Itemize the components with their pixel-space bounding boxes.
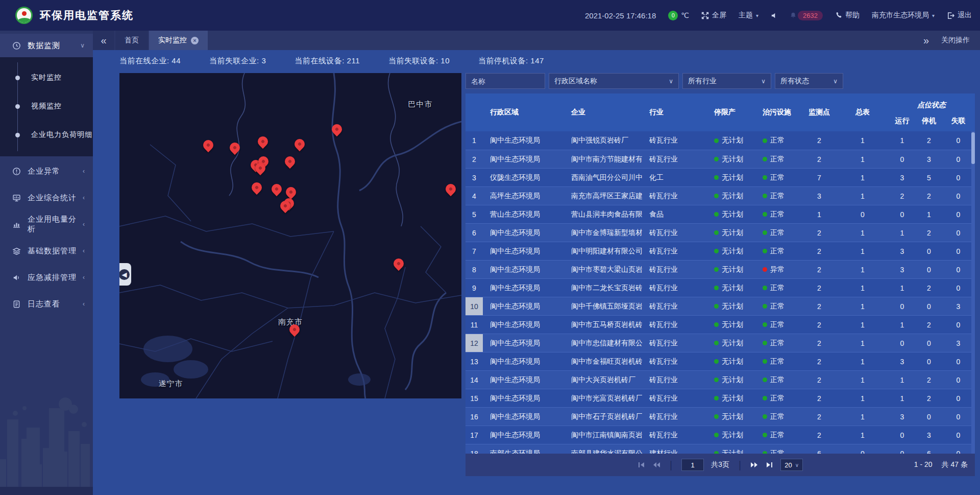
last-page-button[interactable] bbox=[766, 461, 773, 468]
table-row[interactable]: 2阆中生态环境局阆中市南方节能建材有砖瓦行业无计划正常21030 bbox=[465, 150, 975, 168]
row-index[interactable]: 18 bbox=[465, 444, 483, 454]
org-menu[interactable]: 南充市生态环境局 ▾ bbox=[872, 11, 935, 20]
map-panel[interactable]: ◀ 巴中市南充市遂宁市 bbox=[119, 73, 461, 398]
notifications[interactable]: 2632 bbox=[790, 11, 823, 20]
sidebar-item-label: 企业异常 bbox=[28, 167, 83, 176]
row-index[interactable]: 10 bbox=[465, 297, 483, 315]
row-index[interactable]: 8 bbox=[465, 261, 483, 278]
industry-filter-select[interactable]: 所有行业 ∨ bbox=[682, 73, 771, 89]
cell-offline-count: 0 bbox=[942, 352, 975, 370]
table-row[interactable]: 8阆中生态环境局阆中市枣碧大梁山页岩砖瓦行业无计划异常21300 bbox=[465, 260, 975, 278]
row-index[interactable]: 14 bbox=[465, 371, 483, 389]
row-index[interactable]: 11 bbox=[465, 316, 483, 334]
sidebar-subitem[interactable]: 企业电力负荷明细 bbox=[0, 121, 93, 149]
row-index[interactable]: 6 bbox=[465, 224, 483, 242]
page-size-select[interactable]: 20 ∨ bbox=[780, 459, 803, 471]
sidebar-item-alert[interactable]: 企业异常‹ bbox=[0, 159, 93, 183]
record-range-label: 1 - 20 bbox=[914, 460, 933, 469]
sidebar-item-doc[interactable]: 日志查看‹ bbox=[0, 292, 93, 316]
sidebar-item-label: 日志查看 bbox=[28, 299, 83, 309]
fullscreen-button[interactable]: 全屏 bbox=[701, 11, 726, 20]
sidebar-item-horn[interactable]: 应急减排管理‹ bbox=[0, 266, 93, 289]
column-header[interactable]: 治污设施 bbox=[755, 93, 801, 131]
name-filter-input[interactable] bbox=[465, 73, 545, 89]
cell-monitor-count: 1 bbox=[801, 205, 837, 223]
table-row[interactable]: 1阆中生态环境局阆中强锐页岩砖厂砖瓦行业无计划正常21120 bbox=[465, 131, 975, 150]
table-row[interactable]: 5营山生态环境局营山县润丰肉食品有限食品无计划正常10010 bbox=[465, 205, 975, 223]
table-row[interactable]: 4高坪生态环境局南充市高坪区王家店建砖瓦行业无计划正常31220 bbox=[465, 186, 975, 205]
tab-home[interactable]: 首页 bbox=[115, 31, 148, 50]
sidebar-subitem[interactable]: 视频监控 bbox=[0, 92, 93, 121]
cell-produce-status: 无计划 bbox=[707, 297, 755, 315]
theme-menu[interactable]: 主题 ▾ bbox=[739, 11, 758, 20]
table-row[interactable]: 11阆中生态环境局阆中市五马桥页岩机砖砖瓦行业无计划正常21120 bbox=[465, 315, 975, 334]
column-header[interactable]: 停机 bbox=[916, 111, 942, 131]
row-index[interactable]: 3 bbox=[465, 169, 483, 186]
table-row[interactable]: 6阆中生态环境局阆中市金博瑞新型墙材砖瓦行业无计划正常21120 bbox=[465, 223, 975, 242]
table-row[interactable]: 15阆中生态环境局阆中市光富页岩机砖厂砖瓦行业无计划正常21120 bbox=[465, 389, 975, 407]
first-page-button[interactable] bbox=[638, 461, 645, 468]
tab-realtime-monitor[interactable]: 实时监控 × bbox=[149, 31, 208, 50]
row-index[interactable]: 1 bbox=[465, 131, 483, 150]
column-header[interactable]: 监测点 bbox=[801, 93, 837, 131]
row-index[interactable]: 2 bbox=[465, 150, 483, 168]
column-header[interactable]: 总表 bbox=[837, 93, 888, 131]
sidebar-collapse-button[interactable]: ◀ bbox=[119, 263, 131, 286]
row-index[interactable]: 4 bbox=[465, 187, 483, 205]
status-dot-icon bbox=[714, 378, 719, 382]
table-row[interactable]: 9阆中生态环境局阆中市二龙长宝页岩砖砖瓦行业无计划正常21120 bbox=[465, 278, 975, 297]
table-row[interactable]: 18南部生态环境局南部县建华水泥有限公建材行业无计划正常60060 bbox=[465, 444, 975, 454]
tabs-scroll-right-button[interactable]: » bbox=[923, 35, 929, 46]
stat-label: 当前在线设备: bbox=[295, 56, 347, 65]
row-index[interactable]: 12 bbox=[465, 334, 483, 352]
sidebar-item-board[interactable]: 企业综合统计‹ bbox=[0, 186, 93, 209]
cell-produce-status: 无计划 bbox=[707, 279, 755, 297]
status-filter-select[interactable]: 所有状态 ∨ bbox=[775, 73, 843, 89]
sidebar-item-label: 基础数据管理 bbox=[28, 246, 83, 256]
column-header[interactable]: 行业 bbox=[642, 93, 707, 131]
row-index[interactable]: 17 bbox=[465, 426, 483, 444]
sidebar-item-chart[interactable]: 企业用电量分析‹ bbox=[0, 213, 93, 236]
table-row[interactable]: 7阆中生态环境局阆中明阳建材有限公司砖瓦行业无计划正常21300 bbox=[465, 242, 975, 260]
row-index[interactable]: 5 bbox=[465, 205, 483, 223]
column-header[interactable]: 运行 bbox=[888, 111, 916, 131]
table-row[interactable]: 14阆中生态环境局阆中大兴页岩机砖厂砖瓦行业无计划正常21120 bbox=[465, 370, 975, 389]
logout-button[interactable]: 退出 bbox=[947, 11, 972, 20]
row-index[interactable]: 9 bbox=[465, 279, 483, 297]
row-index[interactable]: 7 bbox=[465, 242, 483, 260]
cell-run-count: 0 bbox=[888, 297, 916, 315]
next-page-button[interactable] bbox=[750, 461, 758, 468]
city-label: 遂宁市 bbox=[159, 379, 183, 389]
help-button[interactable]: 帮助 bbox=[835, 11, 860, 20]
table-row[interactable]: 3仪陇生态环境局西南油气田分公司川中化工无计划正常71350 bbox=[465, 168, 975, 186]
table-row[interactable]: 16阆中生态环境局阆中市石子页岩机砖厂砖瓦行业无计划正常21300 bbox=[465, 407, 975, 426]
table-row[interactable]: 12阆中生态环境局阆中市忠信建材有限公砖瓦行业无计划正常21003 bbox=[465, 334, 975, 352]
status-dot-icon bbox=[714, 194, 719, 198]
column-header[interactable]: 失联 bbox=[942, 111, 975, 131]
table-row[interactable]: 17阆中生态环境局阆中市江南镇阆南页岩砖瓦行业无计划正常21030 bbox=[465, 426, 975, 444]
close-operations-button[interactable]: 关闭操作 bbox=[941, 36, 970, 45]
sidebar-item-gauge[interactable]: 数据监测∨ bbox=[0, 34, 93, 57]
close-tab-icon[interactable]: × bbox=[191, 37, 199, 44]
column-header[interactable]: 行政区域 bbox=[483, 93, 564, 131]
table-row[interactable]: 13阆中生态环境局阆中市金福旺页岩机砖砖瓦行业无计划正常21300 bbox=[465, 352, 975, 370]
column-header[interactable]: 企业 bbox=[564, 93, 642, 131]
table-scrollbar[interactable] bbox=[971, 131, 975, 454]
cell-region: 阆中生态环境局 bbox=[483, 352, 564, 370]
tabs-scroll-left-button[interactable]: « bbox=[93, 31, 114, 50]
sidebar-item-layers[interactable]: 基础数据管理‹ bbox=[0, 239, 93, 263]
prev-page-button[interactable] bbox=[652, 461, 660, 468]
volume-button[interactable] bbox=[771, 12, 777, 19]
status-dot-icon bbox=[714, 286, 719, 290]
row-index[interactable]: 15 bbox=[465, 389, 483, 407]
cell-region: 阆中生态环境局 bbox=[483, 389, 564, 407]
column-header[interactable]: 停限产 bbox=[707, 93, 755, 131]
sidebar-subitem[interactable]: 实时监控 bbox=[0, 63, 93, 92]
row-index[interactable]: 16 bbox=[465, 408, 483, 426]
table-row[interactable]: 10阆中生态环境局阆中千佛镇五郎垭页岩砖瓦行业无计划正常21003 bbox=[465, 297, 975, 315]
scrollbar-thumb[interactable] bbox=[971, 132, 975, 164]
cell-run-count: 1 bbox=[888, 316, 916, 334]
region-filter-select[interactable]: 行政区域名称 ∨ bbox=[549, 73, 679, 89]
row-index[interactable]: 13 bbox=[465, 352, 483, 370]
page-number-input[interactable] bbox=[681, 459, 704, 471]
